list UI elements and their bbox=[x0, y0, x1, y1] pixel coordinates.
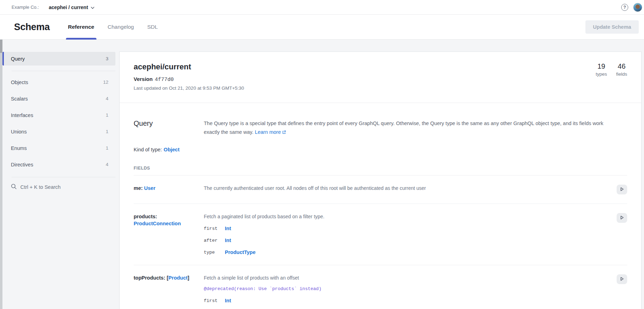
version-value: 4f77d0 bbox=[155, 77, 174, 83]
sidebar-item-count: 12 bbox=[103, 80, 108, 85]
schema-card: acephei/current Version4f77d0 Last updat… bbox=[119, 52, 642, 309]
play-icon bbox=[619, 276, 624, 282]
sidebar-divider bbox=[12, 177, 115, 177]
sidebar-item-label: Unions bbox=[11, 129, 27, 135]
field-details: The currently authenticated user root. A… bbox=[204, 185, 617, 192]
page-header: Schema ReferenceChangelogSDL Update Sche… bbox=[0, 15, 644, 40]
field-name: me: User bbox=[134, 185, 204, 192]
sidebar-list: Objects 12 Scalars 4 Interfaces 1 Unions… bbox=[2, 74, 115, 173]
external-link-icon bbox=[282, 128, 286, 137]
sidebar-item-objects[interactable]: Objects 12 bbox=[2, 74, 115, 90]
last-updated: Last updated on Oct 21, 2020 at 9:53 PM … bbox=[134, 85, 627, 91]
question-mark-icon: ? bbox=[623, 5, 626, 10]
field-description: The currently authenticated user root. A… bbox=[204, 185, 596, 192]
arg-type-link[interactable]: Int bbox=[225, 298, 231, 303]
field-details: Fetch a paginated list of products based… bbox=[204, 213, 617, 256]
graph-selector-label: acephei / current bbox=[49, 5, 88, 10]
sidebar-item-enums[interactable]: Enums 1 bbox=[2, 140, 115, 156]
sidebar-item-count: 4 bbox=[106, 96, 108, 101]
org-label: Example Co.: bbox=[12, 5, 39, 10]
arg-name: first bbox=[204, 298, 225, 303]
scrollbar-thumb[interactable] bbox=[0, 40, 2, 53]
sidebar-item-unions[interactable]: Unions 1 bbox=[2, 123, 115, 140]
schema-stats: 19 types 46 fields bbox=[596, 62, 627, 77]
fields-list: me: User The currently authenticated use… bbox=[134, 175, 627, 309]
sidebar-item-label: Query bbox=[11, 56, 25, 62]
field-row: topProducts: [Product] Fetch a simple li… bbox=[134, 265, 627, 309]
sidebar-item-count: 1 bbox=[106, 112, 108, 118]
field-details: Fetch a simple list of products with an … bbox=[204, 274, 617, 304]
sidebar-item-count: 3 bbox=[106, 56, 108, 61]
arg-name: after bbox=[204, 238, 225, 243]
run-in-explorer-button[interactable] bbox=[617, 185, 627, 194]
field-type-link[interactable]: User bbox=[144, 185, 155, 191]
play-icon bbox=[619, 215, 624, 221]
stat-label: types bbox=[596, 71, 607, 77]
arg-row: first Int bbox=[204, 225, 596, 232]
sidebar-item-label: Scalars bbox=[11, 96, 28, 102]
arg-row: after Int bbox=[204, 237, 596, 244]
kind-of-type-row: Kind of type:Object bbox=[134, 147, 627, 154]
sidebar-item-count: 4 bbox=[106, 162, 108, 167]
card-header: acephei/current Version4f77d0 Last updat… bbox=[120, 52, 641, 103]
sidebar-item-query[interactable]: Query 3 bbox=[2, 52, 115, 66]
sidebar-item-interfaces[interactable]: Interfaces 1 bbox=[2, 107, 115, 123]
top-bar: Example Co.: acephei / current ? bbox=[0, 0, 644, 15]
sidebar-scrollbar[interactable] bbox=[0, 40, 2, 309]
search-hint-label: Ctrl + K to Search bbox=[20, 184, 61, 190]
user-avatar[interactable] bbox=[633, 3, 642, 12]
page-title: Schema bbox=[14, 22, 50, 33]
help-button[interactable]: ? bbox=[621, 4, 628, 11]
sidebar-item-label: Directives bbox=[11, 162, 33, 167]
arg-name: type bbox=[204, 250, 225, 255]
sidebar-item-directives[interactable]: Directives 4 bbox=[2, 156, 115, 173]
stat-label: fields bbox=[616, 71, 627, 77]
version-label: Version bbox=[134, 76, 153, 82]
fields-heading: FIELDS bbox=[134, 166, 627, 171]
arg-type-link[interactable]: Int bbox=[225, 238, 231, 243]
tab-label: Reference bbox=[68, 24, 94, 30]
arg-type-link[interactable]: Int bbox=[225, 226, 231, 231]
content-area: Query 3 Objects 12 Scalars 4 Interfaces … bbox=[0, 40, 644, 309]
stat-types: 19 types bbox=[596, 62, 607, 77]
card-divider bbox=[120, 103, 641, 103]
run-in-explorer-button[interactable] bbox=[617, 274, 627, 284]
version-row: Version4f77d0 bbox=[134, 76, 627, 83]
type-name: Query bbox=[134, 119, 204, 137]
arg-type-link[interactable]: ProductType bbox=[225, 249, 256, 255]
arg-row: first Int bbox=[204, 297, 596, 304]
sidebar-item-count: 1 bbox=[106, 129, 108, 134]
play-icon bbox=[619, 187, 624, 193]
kind-of-type-link[interactable]: Object bbox=[164, 147, 180, 152]
field-name: products: ProductConnection bbox=[134, 213, 204, 227]
stat-fields: 46 fields bbox=[616, 62, 627, 77]
sidebar-item-label: Objects bbox=[11, 80, 28, 85]
update-schema-button[interactable]: Update Schema bbox=[585, 20, 639, 34]
tab-sdl[interactable]: SDL bbox=[147, 15, 158, 39]
field-row: products: ProductConnection Fetch a pagi… bbox=[134, 204, 627, 265]
stat-value: 46 bbox=[616, 62, 627, 70]
sidebar: Query 3 Objects 12 Scalars 4 Interfaces … bbox=[2, 40, 115, 309]
kind-of-type-label: Kind of type: bbox=[134, 147, 162, 152]
field-type-link[interactable]: Product bbox=[168, 275, 188, 281]
field-type-link[interactable]: ProductConnection bbox=[134, 221, 181, 226]
learn-more-link[interactable]: Learn more bbox=[255, 129, 281, 135]
field-args: first Int bbox=[204, 297, 596, 304]
stat-value: 19 bbox=[596, 62, 607, 70]
card-body: Query The Query type is a special type t… bbox=[120, 119, 641, 309]
sidebar-item-scalars[interactable]: Scalars 4 bbox=[2, 90, 115, 107]
field-name: topProducts: [Product] bbox=[134, 274, 204, 281]
graph-selector[interactable]: acephei / current bbox=[49, 4, 94, 11]
sidebar-item-label: Interfaces bbox=[11, 112, 33, 118]
field-description: Fetch a paginated list of products based… bbox=[204, 213, 596, 220]
arg-row: type ProductType bbox=[204, 249, 596, 256]
tab-reference[interactable]: Reference bbox=[68, 15, 94, 39]
type-description: The Query type is a special type that de… bbox=[204, 119, 627, 137]
sidebar-item-label: Enums bbox=[11, 145, 27, 151]
search-shortcut[interactable]: Ctrl + K to Search bbox=[2, 180, 115, 194]
run-in-explorer-button[interactable] bbox=[617, 213, 627, 223]
tab-changelog[interactable]: Changelog bbox=[108, 15, 134, 39]
tab-label: Changelog bbox=[108, 24, 134, 30]
field-args: first Int after Int type ProductType bbox=[204, 225, 596, 256]
field-description: Fetch a simple list of products with an … bbox=[204, 274, 596, 281]
